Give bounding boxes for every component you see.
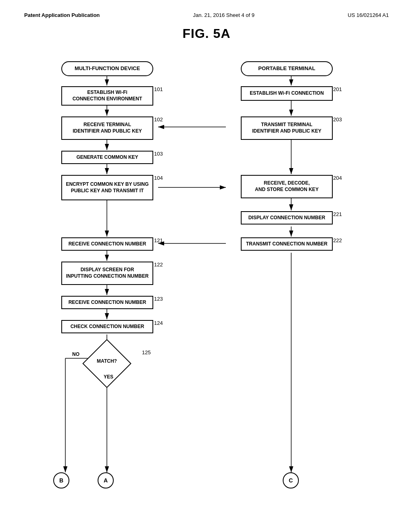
step-221-label: 221	[333, 211, 342, 217]
header-center: Jan. 21, 2016 Sheet 4 of 9	[193, 12, 254, 18]
header-right: US 16/021264 A1	[348, 12, 389, 18]
step-201: ESTABLISH Wi-Fi CONNECTION	[241, 86, 333, 101]
step-201-label: 201	[333, 86, 342, 92]
step-222-label: 222	[333, 237, 342, 243]
step-104: ENCRYPT COMMON KEY BY USING PUBLIC KEY A…	[61, 175, 153, 200]
step-101-label: 101	[154, 86, 163, 92]
step-121-label: 121	[154, 237, 163, 243]
step-123-label: 123	[154, 296, 163, 302]
flowchart-diagram: MULTI-FUNCTION DEVICE 101 ESTABLISH Wi-F…	[33, 53, 380, 497]
left-column-title: MULTI-FUNCTION DEVICE	[61, 61, 153, 76]
step-121: RECEIVE CONNECTION NUMBER	[61, 237, 153, 251]
step-104-label: 104	[154, 175, 163, 181]
diamond-label: MATCH?	[93, 358, 121, 364]
no-label: NO	[72, 351, 79, 357]
step-122: DISPLAY SCREEN FOR INPUTTING CONNECTION …	[61, 262, 153, 285]
step-102: RECEIVE TERMINAL IDENTIFIER AND PUBLIC K…	[61, 116, 153, 140]
step-204: RECEIVE, DECODE, AND STORE COMMON KEY	[241, 175, 333, 198]
step-204-label: 204	[333, 175, 342, 181]
step-124-label: 124	[154, 320, 163, 326]
circle-c: C	[283, 472, 299, 488]
step-102-label: 102	[154, 116, 163, 123]
step-221: DISPLAY CONNECTION NUMBER	[241, 211, 333, 224]
step-125-label: 125	[142, 349, 151, 355]
page-header: Patent Application Publication Jan. 21, …	[24, 12, 389, 18]
step-203: TRANSMIT TERMINAL IDENTIFIER AND PUBLIC …	[241, 116, 333, 140]
step-103: GENERATE COMMON KEY	[61, 151, 153, 164]
circle-a: A	[98, 472, 114, 488]
circle-b: B	[53, 472, 69, 488]
step-124: CHECK CONNECTION NUMBER	[61, 320, 153, 333]
step-103-label: 103	[154, 151, 163, 157]
step-101: ESTABLISH Wi-Fi CONNECTION ENVIRONMENT	[61, 86, 153, 106]
step-222: TRANSMIT CONNECTION NUMBER	[241, 237, 333, 251]
step-122-label: 122	[154, 262, 163, 268]
header-left: Patent Application Publication	[24, 12, 100, 18]
step-123: RECEIVE CONNECTION NUMBER	[61, 296, 153, 309]
yes-label: YES	[104, 374, 113, 380]
step-203-label: 203	[333, 116, 342, 123]
right-column-title: PORTABLE TERMINAL	[241, 61, 333, 76]
fig-title: FIG. 5A	[24, 26, 389, 41]
